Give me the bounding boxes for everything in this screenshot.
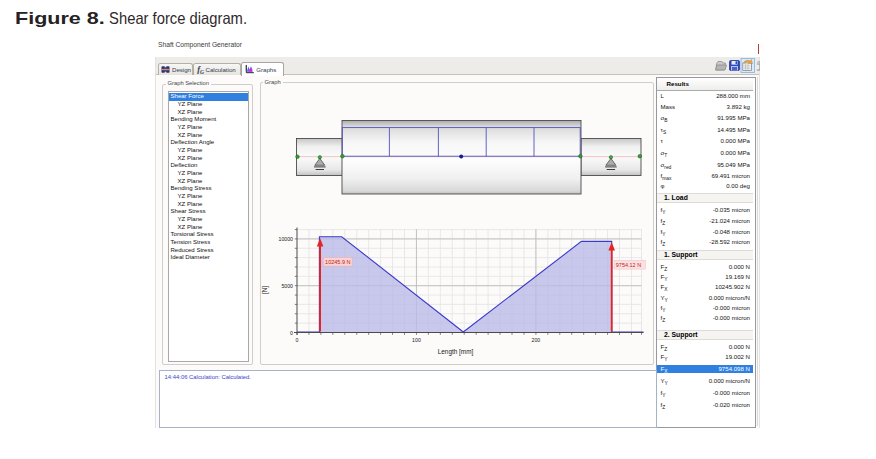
svg-text:100: 100: [412, 337, 421, 343]
svg-text:Length [mm]: Length [mm]: [437, 348, 473, 356]
svg-text:0: 0: [295, 337, 298, 343]
svg-text:200: 200: [531, 337, 540, 343]
svg-text:10245.9 N: 10245.9 N: [325, 259, 350, 265]
svg-text:0: 0: [290, 330, 293, 336]
svg-text:[N]: [N]: [261, 286, 269, 294]
svg-text:9754.12 N: 9754.12 N: [615, 262, 640, 268]
svg-text:5000: 5000: [281, 283, 293, 289]
svg-text:10000: 10000: [278, 236, 293, 242]
